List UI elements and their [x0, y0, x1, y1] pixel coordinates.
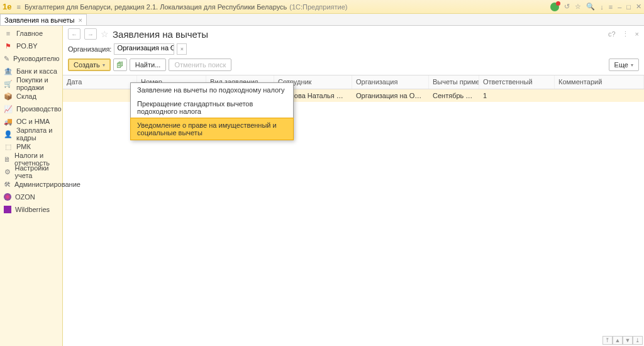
sidebar-label: Производство [16, 105, 62, 113]
sidebar-icon [4, 193, 11, 201]
content-area: ← → ☆ Заявления на вычеты c? ⋮ × Организ… [63, 26, 644, 346]
sidebar-icon: 🏦 [4, 67, 13, 75]
create-dropdown: Заявление на вычеты по подоходному налог… [130, 82, 294, 140]
org-select[interactable]: Организация на ОСН ООО ▾ [114, 43, 174, 55]
sidebar-icon: 🗎 [4, 155, 11, 163]
search-icon[interactable]: 🔍 [586, 3, 595, 11]
column-header[interactable]: Комментарий [555, 75, 644, 89]
app-logo: 1e [3, 2, 11, 11]
org-label: Организация: [68, 45, 111, 53]
sidebar-label: Руководителю [13, 55, 59, 62]
chevron-down-icon: ▾ [631, 62, 633, 68]
sidebar-icon: 🛒 [4, 80, 13, 88]
sidebar-icon: 👤 [4, 130, 13, 138]
sidebar-label: Банк и касса [16, 67, 57, 75]
sidebar-item[interactable]: ✎Руководителю [0, 52, 62, 65]
star-icon[interactable]: ☆ [575, 3, 581, 11]
notification-badge[interactable] [550, 3, 559, 11]
sidebar-icon: ⬚ [4, 143, 13, 151]
grid-last-icon[interactable]: ⤓ [633, 336, 643, 345]
chevron-down-icon: ▾ [103, 62, 105, 68]
sidebar-label: PO.BY [16, 42, 38, 50]
minimize-icon[interactable]: – [618, 3, 621, 11]
tab-label: Заявления на вычеты [4, 16, 75, 24]
hamburger-icon[interactable]: ≡ [16, 3, 20, 11]
document-tab-bar: Заявления на вычеты × [0, 14, 644, 26]
menu-item[interactable]: Прекращение стандартных вычетов подоходн… [131, 97, 293, 118]
grid-first-icon[interactable]: ⤒ [602, 336, 613, 345]
org-clear-button[interactable]: × [177, 43, 187, 55]
sidebar-item[interactable]: 📦Склад [0, 90, 62, 103]
menu-item[interactable]: Уведомление о праве на имущественный и с… [130, 118, 294, 140]
sidebar-icon: 🛠 [4, 181, 11, 188]
history-icon[interactable]: ↺ [564, 3, 570, 11]
sidebar-icon: 📦 [4, 92, 13, 101]
cancel-search-button[interactable]: Отменить поиск [169, 59, 231, 71]
sidebar-icon: ≡ [4, 30, 13, 37]
column-header[interactable]: Вычеты применяются с [429, 75, 479, 89]
find-button[interactable]: Найти... [130, 59, 167, 71]
app-subtitle: (1С:Предприятие) [289, 3, 347, 11]
link-icon[interactable]: c? [608, 30, 616, 38]
sidebar-item[interactable]: Wildberries [0, 203, 62, 216]
tab-close-icon[interactable]: × [79, 16, 82, 24]
sidebar-label: Покупки и продажи [16, 76, 58, 91]
maximize-icon[interactable]: □ [626, 3, 631, 11]
panel-close-icon[interactable]: × [635, 30, 639, 38]
sidebar-item[interactable]: 👤Зарплата и кадры [0, 128, 62, 140]
sidebar-icon: ⚙ [4, 168, 11, 176]
grid-down-icon[interactable]: ▼ [623, 336, 633, 345]
bell-text[interactable]: ↓ [600, 3, 604, 11]
column-header[interactable]: Дата [63, 75, 137, 89]
filter-icon[interactable]: ≡ [609, 3, 613, 11]
menu-item[interactable]: Заявление на вычеты по подоходному налог… [131, 83, 293, 97]
sidebar-icon: 🚚 [4, 118, 13, 126]
sidebar-item[interactable]: ⚙Настройки учета [0, 165, 62, 178]
sidebar-item[interactable]: 🏦Банк и касса [0, 65, 62, 77]
sidebar-label: Настройки учета [14, 164, 58, 179]
sidebar-icon: ⚑ [4, 42, 13, 50]
chevron-down-icon: ▾ [170, 45, 172, 51]
sidebar-item[interactable]: 🛠Администрирование [0, 178, 62, 191]
sidebar-label: ОС и НМА [16, 118, 50, 125]
close-icon[interactable]: ✕ [636, 3, 641, 11]
sidebar: ≡Главное⚑PO.BY✎Руководителю🏦Банк и касса… [0, 26, 63, 346]
sidebar-label: Главное [16, 30, 43, 37]
create-button[interactable]: Создать ▾ [68, 59, 111, 71]
sidebar-item[interactable]: ⚑PO.BY [0, 40, 62, 52]
sidebar-icon: 📈 [4, 105, 13, 113]
sidebar-item[interactable]: OZON [0, 191, 62, 203]
menu-icon[interactable]: ⋮ [622, 30, 629, 38]
column-header[interactable]: Ответственный [479, 75, 555, 89]
sidebar-icon: ✎ [4, 55, 9, 63]
sidebar-item[interactable]: 🚚ОС и НМА [0, 115, 62, 128]
sidebar-label: OZON [15, 193, 35, 201]
sidebar-item[interactable]: ≡Главное [0, 27, 62, 40]
sidebar-item[interactable]: 🗎Налоги и отчетность [0, 153, 62, 165]
sidebar-label: РМК [16, 143, 31, 150]
grid-up-icon[interactable]: ▲ [613, 336, 623, 345]
sidebar-label: Зарплата и кадры [16, 126, 58, 142]
sidebar-item[interactable]: 🛒Покупки и продажи [0, 77, 62, 90]
title-bar: 1e ≡ Бухгалтерия для Беларуси, редакция … [0, 0, 644, 14]
app-title: Бухгалтерия для Беларуси, редакция 2.1. … [25, 3, 287, 11]
grid-nav: ⤒ ▲ ▼ ⤓ [602, 336, 643, 345]
document-tab[interactable]: Заявления на вычеты × [0, 14, 87, 25]
more-button[interactable]: Еще ▾ [609, 59, 639, 71]
sidebar-label: Склад [16, 92, 36, 100]
sidebar-label: Wildberries [15, 206, 50, 213]
sidebar-icon [4, 206, 11, 213]
favorite-icon[interactable]: ☆ [101, 29, 109, 39]
copy-button[interactable]: 🗐 [113, 59, 127, 71]
sidebar-item[interactable]: 📈Производство [0, 103, 62, 115]
sidebar-item[interactable]: ⬚РМК [0, 140, 62, 153]
page-title: Заявления на вычеты [113, 29, 208, 40]
nav-back-button[interactable]: ← [68, 28, 80, 40]
nav-fwd-button[interactable]: → [84, 28, 97, 40]
column-header[interactable]: Организация [352, 75, 429, 89]
org-value: Организация на ОСН ООО [117, 44, 174, 52]
